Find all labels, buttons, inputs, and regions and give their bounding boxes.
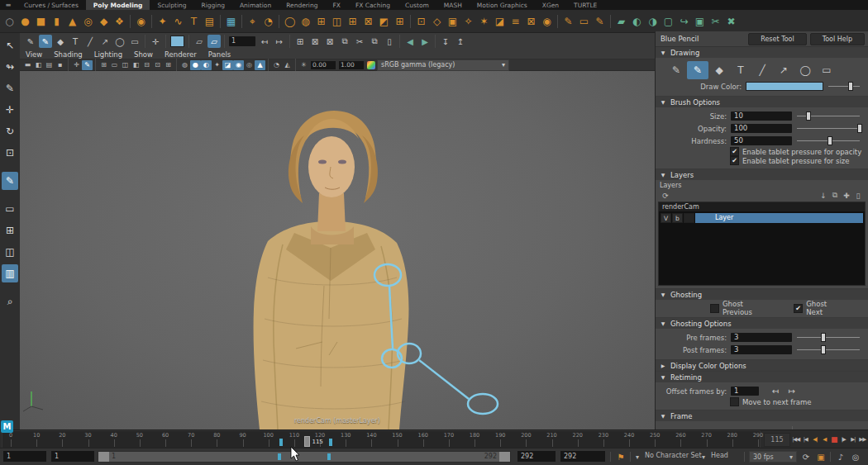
shelf-tab-motion-graphics[interactable]: Motion Graphics — [470, 0, 535, 10]
shelf-tab-turtle[interactable]: TURTLE — [566, 0, 604, 10]
field-chart-icon[interactable]: ⊟ — [141, 60, 152, 70]
poly-sphere-icon[interactable]: ● — [17, 12, 33, 31]
play-backwards-button[interactable]: ◀ — [820, 436, 830, 443]
section-ghosting-options-header[interactable]: ▼ Ghosting Options — [656, 318, 868, 329]
range-start-handle[interactable] — [98, 452, 109, 462]
shelf-tab-fx[interactable]: FX — [325, 0, 347, 10]
shelf-tab-curves-surfaces[interactable]: Curves / Surfaces — [17, 0, 86, 10]
image-plane-icon[interactable]: ▪ — [55, 60, 65, 70]
viewport-menu-shading[interactable]: Shading — [48, 50, 88, 59]
super-shape-icon[interactable]: ✦ — [155, 12, 170, 31]
character-set-label[interactable]: No Character Set — [645, 452, 702, 459]
eraser-tool-icon[interactable]: ◆ — [54, 35, 67, 48]
layer-blend-toggle[interactable]: b — [672, 213, 683, 223]
rotate-tool[interactable]: ↻ — [2, 122, 18, 140]
zoom-tool[interactable]: ⌕ — [2, 292, 18, 311]
step-back-frame-button[interactable]: |◀ — [801, 436, 811, 443]
step-forward-key-button[interactable]: |▶ — [839, 436, 849, 443]
insert-edge-loop-icon[interactable]: ▭ — [576, 12, 592, 31]
separate-icon[interactable]: ✖ — [723, 12, 739, 31]
add-layer-icon[interactable]: ✚ — [841, 191, 852, 201]
sweep-mesh-icon[interactable]: ∿ — [170, 12, 186, 31]
hardness-slider[interactable] — [797, 136, 860, 145]
spin-edge-icon[interactable]: ↪ — [676, 12, 692, 31]
quad-draw-icon[interactable]: ▰ — [613, 12, 629, 31]
timeline-track[interactable]: 0102030405060708090100110120130140150160… — [2, 430, 761, 448]
draw-color-slider[interactable] — [828, 82, 860, 91]
animation-start-field[interactable]: 1 — [3, 451, 46, 462]
frame-offset-field[interactable]: 1 — [229, 36, 255, 46]
view-transform-dropdown[interactable]: sRGB gamma (legacy) ▾ — [377, 59, 509, 71]
brush-tool-icon[interactable]: ✎ — [687, 61, 708, 79]
pre-frames-field[interactable]: 3 — [731, 333, 792, 342]
section-display-color-options-header[interactable]: ▶ Display Color Options — [656, 360, 868, 371]
lattice-icon[interactable]: ◍ — [298, 12, 313, 31]
edit-mesh-icon[interactable]: ✎ — [560, 12, 576, 31]
layers-menu[interactable]: Layers — [658, 181, 866, 190]
section-brush-options-header[interactable]: ▼ Brush Options — [656, 97, 868, 107]
shaded-icon[interactable]: ● — [190, 60, 201, 70]
motion-blur-icon[interactable]: ◎ — [244, 60, 255, 70]
rectangle-tool-icon[interactable]: ▭ — [816, 61, 837, 79]
fps-dropdown[interactable]: 30 fps ▾ — [749, 451, 797, 463]
animation-preferences-icon[interactable]: ◎ — [850, 451, 861, 463]
clear-frame-icon[interactable]: ⊠ — [323, 35, 336, 48]
stop-button[interactable]: ■ — [829, 435, 839, 444]
delete-edge-icon[interactable]: ◑ — [645, 12, 661, 31]
layer-name[interactable]: Layer — [695, 213, 863, 223]
bridge-icon[interactable]: ◇ — [429, 12, 445, 31]
opacity-field[interactable]: 100 — [731, 124, 792, 133]
layer-visibility-toggle[interactable]: V — [661, 213, 671, 223]
viewport-menu-panels[interactable]: Panels — [203, 50, 236, 59]
safe-title-icon[interactable]: ⊞ — [163, 60, 174, 70]
layout-two-pane[interactable]: ◫ — [2, 243, 18, 261]
size-field[interactable]: 10 — [731, 112, 792, 121]
viewport-menu-view[interactable]: View — [20, 50, 48, 59]
delete-face-icon[interactable]: ▢ — [661, 12, 676, 31]
gamma-field[interactable]: 1.00 — [339, 61, 364, 69]
mute-audio-icon[interactable]: ♪ — [835, 451, 847, 463]
wedge-icon[interactable]: ▣ — [445, 12, 460, 31]
step-forward-frame-button[interactable]: ▶| — [848, 436, 858, 443]
gate-mask-icon[interactable]: ◧ — [131, 60, 141, 70]
wireframe-icon[interactable]: ◍ — [179, 60, 190, 70]
poly-cube-icon[interactable]: ■ — [33, 12, 49, 31]
timeline-keyframe-marker[interactable] — [329, 439, 332, 446]
range-end-handle[interactable] — [499, 452, 510, 462]
line-tool-icon[interactable]: ╱ — [751, 61, 773, 79]
section-retiming-header[interactable]: ▼ Retiming — [656, 372, 868, 382]
arrow-tool-icon[interactable]: ↗ — [773, 61, 794, 79]
text-tool-icon[interactable]: T — [69, 35, 82, 48]
current-frame-field[interactable]: 115 — [764, 433, 790, 447]
ghost-previous-icon[interactable]: ▱ — [193, 35, 206, 48]
poke-icon[interactable]: ✧ — [460, 12, 476, 31]
svg-tool-icon[interactable]: ▤ — [202, 12, 217, 31]
draw-color-swatch[interactable] — [170, 36, 184, 47]
range-slider[interactable]: 1 292 — [98, 451, 511, 463]
playback-end-field[interactable]: 292 — [517, 451, 556, 462]
anim-layer-menu-icon[interactable]: ▾ — [699, 451, 708, 463]
playback-start-field[interactable]: 1 — [51, 451, 94, 462]
shelf-menu-icon[interactable]: ○ — [2, 12, 17, 31]
draw-color-swatch[interactable] — [746, 82, 823, 91]
layout-four-pane[interactable]: ⊞ — [2, 221, 18, 240]
lights-icon[interactable]: ✦ — [212, 60, 222, 70]
sphere-project-icon[interactable]: ◉ — [539, 12, 555, 31]
viewport-canvas[interactable]: renderCam (masterLayer) — [20, 71, 655, 429]
blue-pencil-tool[interactable]: ✎ — [2, 172, 18, 190]
resolution-gate-icon[interactable]: ◫ — [120, 60, 131, 70]
camera-bookmarks-icon[interactable]: ▤ — [44, 60, 55, 70]
smooth-sphere-icon[interactable]: ◉ — [133, 12, 149, 31]
post-frames-slider[interactable] — [797, 345, 860, 354]
animation-end-field[interactable]: 292 — [560, 451, 605, 462]
step-back-key-button[interactable]: ◀| — [810, 436, 820, 443]
timeline-keyframe-marker[interactable] — [279, 439, 283, 446]
tablet-pressure-size-checkbox[interactable]: ✔ — [730, 156, 739, 165]
mirror-icon[interactable]: ◫ — [329, 12, 345, 31]
ghost-previous-checkbox[interactable] — [710, 304, 719, 313]
export-frames-icon[interactable]: ↥ — [454, 35, 467, 48]
paint-select-tool[interactable]: ✎ — [2, 79, 18, 97]
type-tool-icon[interactable]: T — [186, 12, 202, 31]
previous-frame-icon[interactable]: ◀ — [403, 35, 417, 48]
go-to-end-button[interactable]: ▶▶ — [858, 436, 868, 443]
